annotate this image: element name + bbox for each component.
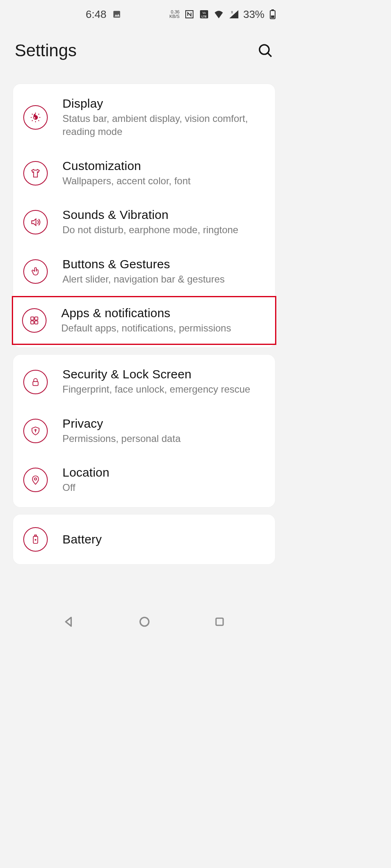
settings-privacy[interactable]: PrivacyPermissions, personal data xyxy=(13,406,275,455)
network-speed: 0.36KB/S xyxy=(169,10,180,19)
row-subtitle: Default apps, notifications, permissions xyxy=(61,322,231,335)
volte-icon: VoLTE xyxy=(199,9,209,19)
wifi-icon xyxy=(214,10,224,18)
row-subtitle: Off xyxy=(62,481,109,494)
svg-line-18 xyxy=(32,114,33,115)
settings-customization[interactable]: CustomizationWallpapers, accent color, f… xyxy=(13,149,275,198)
nav-back[interactable] xyxy=(62,615,76,630)
svg-line-20 xyxy=(32,120,33,121)
svg-point-27 xyxy=(35,429,36,431)
row-title: Customization xyxy=(62,159,191,173)
row-subtitle: Wallpapers, accent color, font xyxy=(62,174,191,188)
location-icon xyxy=(23,468,48,492)
header: Settings xyxy=(0,29,288,77)
row-title: Battery xyxy=(62,532,102,546)
settings-security[interactable]: Security & Lock ScreenFingerprint, face … xyxy=(13,357,275,406)
status-time: 6:48 xyxy=(86,8,107,21)
row-subtitle: Status bar, ambient display, vision comf… xyxy=(62,112,265,139)
nav-recent[interactable] xyxy=(213,616,226,629)
svg-rect-24 xyxy=(31,321,34,324)
volume-icon xyxy=(23,210,48,234)
svg-text:x: x xyxy=(231,10,233,14)
settings-group-1: DisplayStatus bar, ambient display, visi… xyxy=(13,84,275,347)
shield-icon xyxy=(23,419,48,443)
search-button[interactable] xyxy=(257,42,273,59)
row-title: Buttons & Gestures xyxy=(62,257,225,271)
lock-icon xyxy=(23,370,48,394)
row-subtitle: Do not disturb, earphone mode, ringtone xyxy=(62,223,238,236)
settings-location[interactable]: LocationOff xyxy=(13,455,275,504)
svg-rect-36 xyxy=(216,618,223,625)
settings-buttons[interactable]: Buttons & GesturesAlert slider, navigati… xyxy=(13,247,275,296)
svg-rect-22 xyxy=(31,317,34,320)
settings-scroll[interactable]: DisplayStatus bar, ambient display, visi… xyxy=(0,77,288,599)
settings-display[interactable]: DisplayStatus bar, ambient display, visi… xyxy=(13,86,275,149)
row-title: Sounds & Vibration xyxy=(62,208,238,222)
row-title: Privacy xyxy=(62,417,180,431)
row-subtitle: Permissions, personal data xyxy=(62,432,180,445)
svg-rect-10 xyxy=(271,15,274,18)
row-title: Location xyxy=(62,466,109,479)
svg-rect-25 xyxy=(35,321,38,324)
battery-icon xyxy=(269,9,276,20)
svg-line-21 xyxy=(38,114,39,115)
battery-icon xyxy=(23,527,48,552)
battery-percent: 33% xyxy=(243,8,264,21)
settings-apps[interactable]: Apps & notificationsDefault apps, notifi… xyxy=(12,296,276,345)
svg-point-11 xyxy=(260,45,269,54)
svg-marker-34 xyxy=(66,617,71,626)
svg-rect-0 xyxy=(113,11,120,18)
row-title: Display xyxy=(62,97,265,110)
svg-rect-9 xyxy=(271,9,274,11)
svg-text:Vo: Vo xyxy=(202,11,206,14)
svg-point-29 xyxy=(34,478,36,480)
signal-icon: x xyxy=(229,10,238,18)
settings-group-2: Security & Lock ScreenFingerprint, face … xyxy=(13,355,275,507)
svg-rect-23 xyxy=(35,317,38,320)
row-title: Security & Lock Screen xyxy=(62,367,250,381)
nfc-icon xyxy=(184,9,194,19)
navigation-bar xyxy=(0,608,288,637)
row-subtitle: Fingerprint, face unlock, emergency resc… xyxy=(62,383,250,396)
page-title: Settings xyxy=(15,41,77,60)
status-bar: 6:48 0.36KB/S VoLTE x 33% xyxy=(0,0,288,29)
settings-group-3: Battery xyxy=(13,515,275,564)
settings-battery[interactable]: Battery xyxy=(13,517,275,562)
svg-line-19 xyxy=(38,120,39,121)
tshirt-icon xyxy=(23,161,48,186)
svg-rect-31 xyxy=(35,535,36,536)
nav-home[interactable] xyxy=(138,615,151,630)
svg-point-35 xyxy=(140,617,149,626)
image-icon xyxy=(112,10,121,19)
settings-sounds[interactable]: Sounds & VibrationDo not disturb, earpho… xyxy=(13,198,275,247)
row-subtitle: Alert slider, navigation bar & gestures xyxy=(62,273,225,286)
apps-icon xyxy=(22,308,47,333)
svg-line-12 xyxy=(268,53,271,57)
svg-rect-26 xyxy=(33,381,38,385)
svg-text:LTE: LTE xyxy=(202,15,207,18)
row-title: Apps & notifications xyxy=(61,306,231,320)
brightness-icon xyxy=(23,105,48,130)
gesture-icon xyxy=(23,259,48,284)
